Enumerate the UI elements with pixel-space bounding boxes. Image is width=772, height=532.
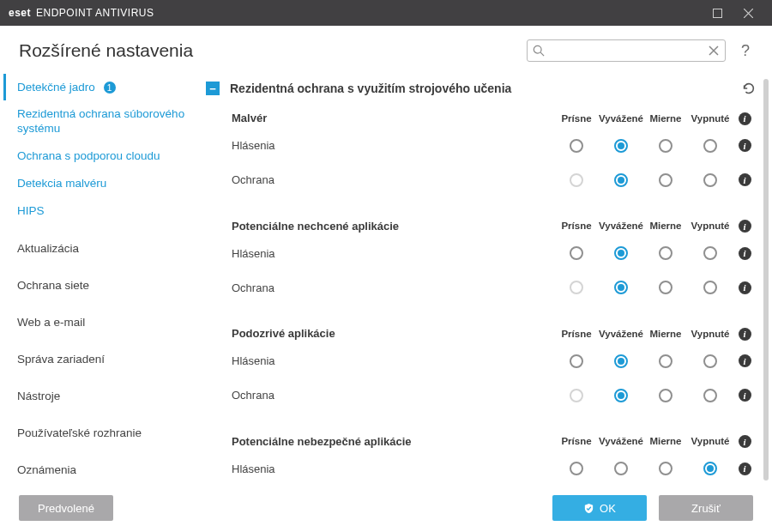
column-header: Vypnuté — [688, 221, 733, 231]
radio-option[interactable] — [570, 139, 583, 153]
sidebar-item-malware-detection[interactable]: Detekcia malvéru — [3, 170, 199, 197]
sidebar-item-label: Správa zariadení — [17, 353, 105, 366]
sidebar-item-cloud[interactable]: Ochrana s podporou cloudu — [3, 142, 199, 170]
info-icon[interactable]: i — [739, 173, 751, 186]
clear-search-icon[interactable] — [708, 45, 720, 57]
svg-rect-0 — [713, 9, 721, 17]
undo-icon[interactable] — [741, 81, 757, 96]
column-header: Vyvážené — [599, 221, 643, 231]
sidebar-badge: 1 — [104, 82, 116, 94]
info-icon[interactable]: i — [739, 389, 751, 402]
search-box[interactable] — [527, 39, 726, 62]
column-header: Vypnuté — [688, 329, 733, 339]
row-label: Hlásenia — [232, 139, 554, 152]
search-input[interactable] — [528, 40, 725, 61]
svg-point-1 — [534, 45, 541, 53]
app-brand: eset ENDPOINT ANTIVIRUS — [9, 7, 154, 19]
sidebar-item-resident-fs[interactable]: Rezidentná ochrana súborového systému — [3, 100, 199, 142]
radio-option[interactable] — [659, 389, 672, 402]
titlebar: eset ENDPOINT ANTIVIRUS — [0, 0, 772, 26]
sidebar-item-detection-core[interactable]: Detekčné jadro 1 — [3, 74, 199, 100]
group-title: Malvér — [232, 112, 554, 124]
info-icon[interactable]: i — [739, 328, 751, 341]
row-label: Ochrana — [232, 389, 554, 402]
info-icon[interactable]: i — [739, 281, 751, 294]
radio-option[interactable] — [614, 246, 628, 260]
sidebar-item-label: Nástroje — [17, 390, 60, 402]
radio-option — [570, 173, 583, 187]
cancel-button[interactable]: Zrušiť — [659, 495, 753, 521]
info-icon[interactable]: i — [739, 139, 751, 152]
sidebar-item-label: Web a e-mail — [17, 316, 85, 329]
radio-option[interactable] — [703, 281, 717, 294]
sidebar-item-network[interactable]: Ochrana siete — [3, 272, 199, 299]
column-header: Vypnuté — [688, 113, 733, 124]
radio-option[interactable] — [659, 462, 672, 475]
info-icon[interactable]: i — [739, 220, 751, 233]
row-label: Hlásenia — [232, 462, 554, 475]
sidebar-item-notifications[interactable]: Oznámenia — [3, 456, 199, 483]
column-header: Vyvážené — [599, 329, 643, 339]
window-maximize-button[interactable] — [702, 0, 733, 26]
radio-option[interactable] — [703, 139, 717, 153]
column-header: Vyvážené — [599, 113, 643, 124]
info-icon[interactable]: i — [739, 462, 751, 475]
sidebar-item-label: Ochrana siete — [17, 279, 89, 292]
settings-group: Podozrivé aplikáciePrísneVyváženéMierneV… — [206, 323, 757, 413]
defaults-button[interactable]: Predvolené — [19, 495, 113, 521]
section-collapse-toggle[interactable]: − — [206, 82, 220, 95]
row-label: Ochrana — [232, 173, 554, 186]
dialog-footer: Predvolené OK Zrušiť — [0, 486, 772, 530]
sidebar-item-label: Oznámenia — [17, 463, 76, 476]
ok-button[interactable]: OK — [552, 495, 647, 521]
sidebar-item-label: Rezidentná ochrana súborového systému — [17, 107, 184, 134]
radio-option[interactable] — [703, 246, 717, 260]
brand-product: ENDPOINT ANTIVIRUS — [36, 7, 154, 19]
sidebar-item-user-interface[interactable]: Používateľské rozhranie — [3, 420, 199, 446]
radio-option[interactable] — [659, 354, 672, 368]
radio-option[interactable] — [659, 246, 672, 260]
group-title: Potenciálne nebezpečné aplikácie — [232, 435, 554, 448]
radio-option[interactable] — [703, 389, 717, 402]
sidebar-item-tools[interactable]: Nástroje — [3, 383, 199, 409]
radio-option[interactable] — [570, 462, 583, 475]
settings-content: − Rezidentná ochrana s využitím strojové… — [199, 74, 772, 486]
info-icon[interactable]: i — [739, 354, 751, 367]
radio-option[interactable] — [703, 354, 717, 368]
section-title: Rezidentná ochrana s využitím strojového… — [230, 82, 731, 95]
sidebar-item-device-mgmt[interactable]: Správa zariadení — [3, 346, 199, 372]
radio-option[interactable] — [614, 389, 628, 402]
sidebar-item-web-email[interactable]: Web a e-mail — [3, 309, 199, 336]
settings-sidebar: Detekčné jadro 1 Rezidentná ochrana súbo… — [0, 74, 199, 486]
sidebar-item-hips[interactable]: HIPS — [3, 197, 199, 225]
button-label: Zrušiť — [691, 502, 721, 515]
radio-option[interactable] — [614, 281, 628, 294]
help-button[interactable]: ? — [738, 42, 753, 60]
window-close-button[interactable] — [733, 0, 763, 26]
group-title: Potenciálne nechcené aplikácie — [232, 220, 554, 233]
radio-option[interactable] — [659, 173, 672, 187]
radio-option[interactable] — [570, 246, 583, 260]
radio-option[interactable] — [703, 462, 717, 475]
sidebar-item-label: Detekčné jadro — [17, 81, 95, 94]
group-title: Podozrivé aplikácie — [232, 327, 554, 340]
radio-option[interactable] — [659, 281, 672, 294]
radio-option[interactable] — [614, 139, 628, 153]
sidebar-item-label: Aktualizácia — [17, 242, 79, 255]
column-header: Prísne — [554, 221, 599, 231]
row-label: Hlásenia — [232, 354, 554, 367]
sidebar-item-update[interactable]: Aktualizácia — [3, 235, 199, 262]
column-header: Prísne — [554, 329, 599, 339]
radio-option[interactable] — [614, 173, 628, 187]
radio-option[interactable] — [614, 354, 628, 368]
radio-option[interactable] — [614, 462, 628, 475]
radio-option[interactable] — [703, 173, 717, 187]
info-icon[interactable]: i — [739, 247, 751, 260]
info-icon[interactable]: i — [739, 435, 751, 448]
radio-option[interactable] — [659, 139, 672, 153]
column-header: Mierne — [643, 221, 688, 231]
column-header: Mierne — [643, 436, 688, 446]
sidebar-item-label: Používateľské rozhranie — [17, 426, 142, 439]
info-icon[interactable]: i — [739, 112, 751, 125]
radio-option[interactable] — [570, 354, 583, 368]
